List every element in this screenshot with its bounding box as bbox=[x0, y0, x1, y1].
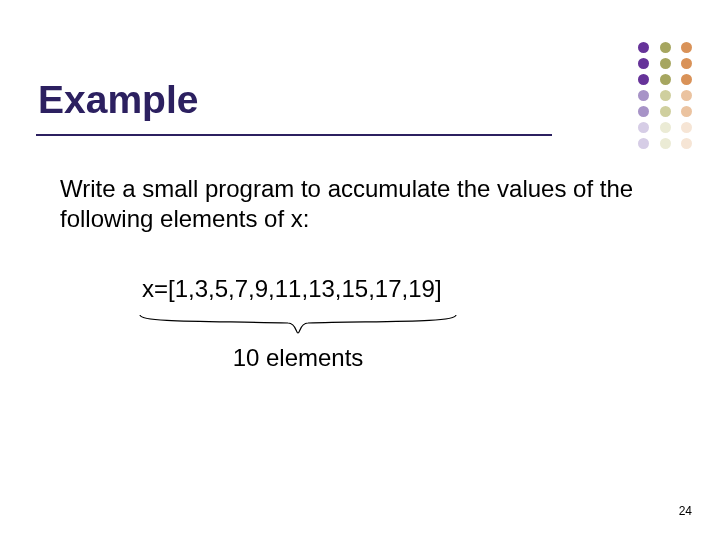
slide: Example Write a small program to accumul… bbox=[0, 0, 720, 540]
body-text: Write a small program to accumulate the … bbox=[60, 174, 650, 234]
title-underline bbox=[36, 134, 552, 136]
array-definition: x=[1,3,5,7,9,11,13,15,17,19] bbox=[142, 275, 442, 303]
curly-brace-icon bbox=[138, 313, 458, 335]
slide-title: Example bbox=[38, 78, 198, 122]
decorative-dot-grid bbox=[632, 42, 692, 154]
elements-count-label: 10 elements bbox=[138, 344, 458, 372]
page-number: 24 bbox=[679, 504, 692, 518]
